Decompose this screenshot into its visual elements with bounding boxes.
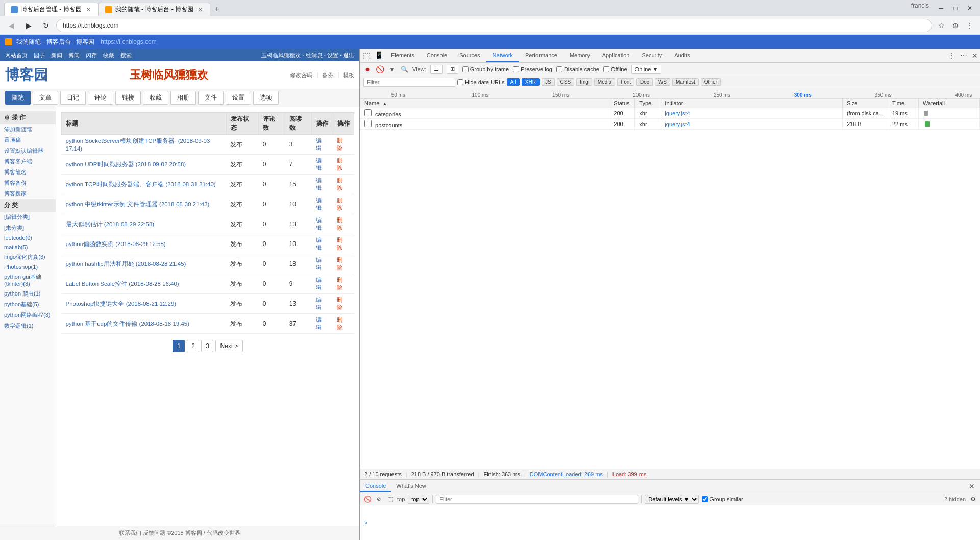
nav-article[interactable]: 文章	[33, 91, 58, 105]
dt-more-button[interactable]: ⋮	[945, 50, 958, 62]
post-edit-link[interactable]: 编辑	[316, 197, 322, 211]
nav-link[interactable]: 链接	[115, 91, 141, 105]
console-clear-button[interactable]: 🚫	[363, 495, 372, 503]
dt-tab-performance[interactable]: Performance	[519, 49, 564, 62]
topbar-search[interactable]: 搜索	[120, 52, 132, 59]
sidebar-add-essay[interactable]: 添加新随笔	[0, 124, 56, 135]
post-delete-link[interactable]: 删除	[337, 257, 342, 271]
console-close-button[interactable]: ✕	[967, 481, 977, 492]
filter-ws[interactable]: WS	[655, 78, 670, 86]
dt-tab-sources[interactable]: Sources	[453, 49, 486, 62]
post-delete-link[interactable]: 删除	[337, 277, 342, 290]
console-settings-button[interactable]: ⚙	[969, 495, 977, 503]
net-row-checkbox[interactable]	[364, 109, 372, 116]
topbar-news[interactable]: 新闻	[51, 52, 62, 59]
network-filter-input[interactable]	[363, 78, 455, 87]
dt-tab-elements[interactable]: Elements	[385, 49, 421, 62]
group-by-frame-label[interactable]: Group by frame	[462, 66, 509, 72]
net-col-type[interactable]: Type	[635, 99, 660, 108]
nav-settings[interactable]: 设置	[226, 91, 251, 105]
close-button[interactable]: ✕	[964, 2, 976, 14]
sidebar-client[interactable]: 博客客户端	[0, 156, 56, 167]
post-title-link[interactable]: python 中级tkinter示例 文件管理器 (2018-08-30 21:…	[66, 201, 210, 207]
dt-device-button[interactable]: 📱	[373, 49, 385, 61]
sidebar-cat-pycrawl[interactable]: python 爬虫(1)	[0, 288, 56, 299]
post-edit-link[interactable]: 编辑	[316, 217, 322, 231]
dt-tab-audits[interactable]: Audits	[668, 49, 696, 62]
dt-close-button[interactable]: ✕	[970, 51, 980, 61]
post-edit-link[interactable]: 编辑	[316, 297, 322, 310]
post-delete-link[interactable]: 删除	[337, 157, 342, 171]
post-title-link[interactable]: python TCP时间戳服务器端、客户端 (2018-08-31 21:40)	[66, 181, 216, 187]
clear-button[interactable]: 🚫	[376, 65, 384, 73]
sidebar-cat-pynet[interactable]: python网络编程(3)	[0, 310, 56, 321]
sidebar-default-editor[interactable]: 设置默认编辑器	[0, 145, 56, 156]
offline-label[interactable]: Offline	[603, 66, 627, 72]
post-delete-link[interactable]: 删除	[337, 197, 342, 211]
console-inspect-button[interactable]: ⬚	[386, 495, 394, 503]
topbar-fav[interactable]: 收藏	[103, 52, 114, 59]
nav-options[interactable]: 选项	[253, 91, 279, 105]
filter-xhr[interactable]: XHR	[522, 78, 540, 86]
post-delete-link[interactable]: 删除	[337, 316, 342, 330]
sidebar-cat-uncategorized[interactable]: [未分类]	[0, 223, 56, 233]
page-1-button[interactable]: 1	[173, 340, 185, 352]
tab-1-close[interactable]: ✕	[85, 6, 92, 13]
disable-cache-label[interactable]: Disable cache	[556, 66, 599, 72]
address-input[interactable]	[56, 19, 932, 32]
filter-css[interactable]: CSS	[557, 78, 575, 86]
nav-collection[interactable]: 收藏	[143, 91, 168, 105]
group-by-frame-checkbox[interactable]	[462, 66, 469, 72]
console-filter-icon[interactable]: ⊘	[375, 495, 383, 503]
sidebar-penname[interactable]: 博客笔名	[0, 167, 56, 178]
net-table-row[interactable]: categories 200 xhr jquery.js:4 (from dis…	[360, 108, 980, 119]
group-similar-checkbox[interactable]	[702, 496, 708, 502]
dt-tab-application[interactable]: Application	[596, 49, 636, 62]
post-edit-link[interactable]: 编辑	[316, 137, 322, 151]
nav-diary[interactable]: 日记	[60, 91, 86, 105]
sidebar-cat-digital[interactable]: 数字逻辑(1)	[0, 321, 56, 331]
sidebar-cat-pygui[interactable]: python gui基础(tkinter)(3)	[0, 272, 56, 288]
post-edit-link[interactable]: 编辑	[316, 157, 322, 171]
sidebar-backup[interactable]: 博客备份	[0, 178, 56, 188]
console-context-select[interactable]: top	[408, 495, 429, 504]
sidebar-cat-leetcode[interactable]: leetcode(0)	[0, 233, 56, 242]
post-title-link[interactable]: 最大似然估计 (2018-08-29 22:58)	[66, 221, 155, 227]
filter-icon[interactable]: ▼	[388, 65, 396, 73]
star-icon[interactable]: ☆	[935, 19, 947, 32]
post-edit-link[interactable]: 编辑	[316, 177, 322, 191]
tab-2-close[interactable]: ✕	[197, 6, 204, 13]
net-col-status[interactable]: Status	[609, 99, 635, 108]
net-col-initiator[interactable]: Initiator	[660, 99, 843, 108]
post-delete-link[interactable]: 删除	[337, 297, 342, 310]
sidebar-top-draft[interactable]: 置顶稿	[0, 135, 56, 145]
hide-data-urls-checkbox[interactable]	[457, 79, 463, 85]
net-col-waterfall[interactable]: Waterfall	[919, 99, 980, 108]
net-initiator-link[interactable]: jquery.js:4	[665, 121, 690, 127]
sidebar-cat-pybasic[interactable]: python基础(5)	[0, 299, 56, 310]
tab-1[interactable]: 博客后台管理 - 博客园 ✕	[4, 3, 99, 16]
topbar-flash[interactable]: 闪存	[86, 52, 97, 59]
maximize-button[interactable]: □	[949, 2, 962, 14]
filter-font[interactable]: Font	[617, 78, 634, 86]
view-list-button[interactable]: ☰	[430, 65, 443, 74]
forward-button[interactable]: ▶	[21, 18, 36, 33]
post-title-link[interactable]: Label Button Scale控件 (2018-08-28 16:40)	[66, 281, 179, 287]
preserve-log-checkbox[interactable]	[513, 66, 519, 72]
console-levels-select[interactable]: Default levels ▼	[645, 495, 699, 504]
tab-2[interactable]: 我的随笔 - 博客后台 - 博客园 ✕	[99, 3, 210, 16]
extension-icon[interactable]: ⊕	[949, 19, 962, 32]
search-icon[interactable]: 🔍	[400, 65, 408, 73]
nav-file[interactable]: 文件	[198, 91, 224, 105]
sidebar-explorer[interactable]: 博客搜家	[0, 188, 56, 199]
record-button[interactable]: ●	[363, 65, 372, 73]
change-password-link[interactable]: 修改密码	[290, 71, 312, 79]
dt-tab-security[interactable]: Security	[635, 49, 668, 62]
nav-album[interactable]: 相册	[170, 91, 196, 105]
post-title-link[interactable]: python偏函数实例 (2018-08-29 12:58)	[66, 241, 166, 247]
nav-essay[interactable]: 随笔	[5, 91, 31, 105]
post-delete-link[interactable]: 删除	[337, 177, 342, 191]
filter-other[interactable]: Other	[701, 78, 721, 86]
post-edit-link[interactable]: 编辑	[316, 237, 322, 251]
dt-inspect-button[interactable]: ⬚	[360, 49, 373, 61]
